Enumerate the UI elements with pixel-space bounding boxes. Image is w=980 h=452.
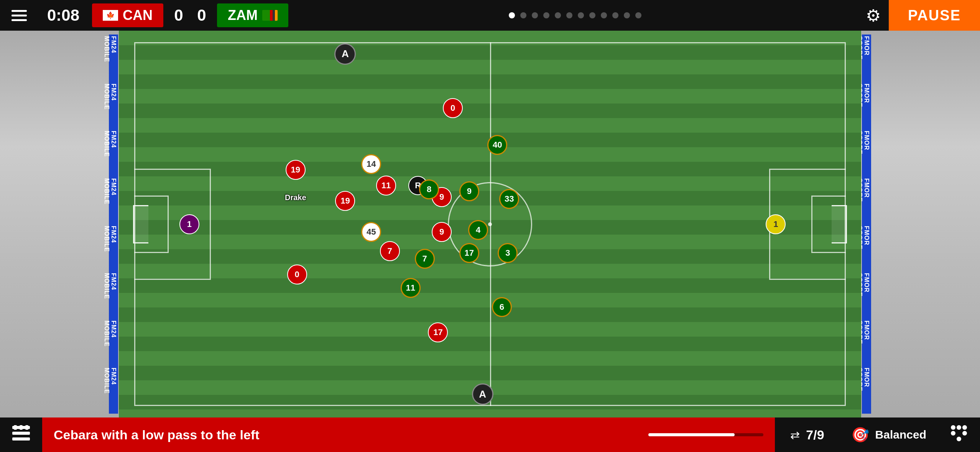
bottom-bar: Cebara with a low pass to the left ⇄ 7/9… xyxy=(0,417,980,452)
hamburger-icon xyxy=(12,10,27,21)
player-w45[interactable]: 45 xyxy=(361,222,381,242)
right-side-labels: FMOR SCORE FMOR SCORE FMOR SCORE FMOR SC… xyxy=(861,31,872,417)
marker-a-top: A xyxy=(334,43,356,65)
balance-icon: 🎯 xyxy=(851,426,869,443)
menu-button[interactable] xyxy=(0,10,38,21)
side-label-8: FM24 MOBILE xyxy=(109,366,118,414)
side-label-2: FM24 MOBILE xyxy=(109,82,118,130)
side-label-6: FM24 MOBILE xyxy=(109,271,118,319)
right-side-label-8: FMOR SCORE xyxy=(862,366,871,414)
page-dot-5[interactable] xyxy=(566,12,572,18)
player-purple-1[interactable]: 1 xyxy=(179,214,199,234)
page-dot-0[interactable] xyxy=(509,12,515,18)
side-label-1: FM24 MOBILE xyxy=(109,35,118,82)
page-dot-3[interactable] xyxy=(543,12,549,18)
player-red-0-b[interactable]: 0 xyxy=(287,265,307,284)
svg-point-7 xyxy=(957,425,961,430)
settings-button[interactable]: ⚙ xyxy=(858,6,889,25)
canada-flag: 🍁 xyxy=(103,10,118,21)
commentary-text: Cebara with a low pass to the left xyxy=(54,427,641,442)
pitch-container: A A 0 19 Drake 14 11 19 1 9 9 7 0 17 45 … xyxy=(119,31,861,417)
balance-section: 🎯 Balanced xyxy=(840,426,938,443)
center-dot xyxy=(488,222,492,226)
svg-rect-4 xyxy=(20,425,23,430)
player-green-6[interactable]: 6 xyxy=(492,297,512,317)
pause-button[interactable]: PAUSE xyxy=(889,0,980,31)
balance-text: Balanced xyxy=(875,428,926,441)
svg-point-11 xyxy=(957,437,961,441)
svg-point-10 xyxy=(962,431,967,436)
player-red-19-a[interactable]: 19 xyxy=(286,160,306,180)
commentary-progress-fill xyxy=(648,433,735,436)
player-red-14[interactable]: 14 xyxy=(361,154,381,174)
left-side-labels: FM24 MOBILE FM24 MOBILE FM24 MOBILE FM24… xyxy=(108,31,119,417)
page-dot-9[interactable] xyxy=(612,12,618,18)
player-green-11[interactable]: 11 xyxy=(401,278,421,298)
player-green-4[interactable]: 4 xyxy=(468,220,488,240)
svg-point-9 xyxy=(951,431,955,436)
team-zam-badge[interactable]: ZAM xyxy=(217,3,288,27)
player-green-3[interactable]: 3 xyxy=(498,243,518,263)
player-green-40[interactable]: 40 xyxy=(487,135,507,155)
page-dot-6[interactable] xyxy=(578,12,584,18)
player-red-17[interactable]: 17 xyxy=(428,322,448,342)
player-red-19-b[interactable]: 19 xyxy=(335,191,355,211)
side-label-5: FM24 MOBILE xyxy=(109,224,118,272)
drake-label: Drake xyxy=(285,193,306,202)
page-dot-11[interactable] xyxy=(635,12,641,18)
formation-left-icon xyxy=(12,424,31,446)
match-timer: 0:08 xyxy=(38,6,88,25)
formation-right-icon xyxy=(949,424,968,446)
team-zam-label: ZAM xyxy=(228,7,258,23)
player-green-17[interactable]: 17 xyxy=(459,243,479,263)
score-left: 0 xyxy=(167,6,190,25)
svg-point-6 xyxy=(951,425,955,430)
svg-rect-5 xyxy=(25,425,28,430)
right-side-label-4: FMOR SCORE xyxy=(862,177,871,224)
left-panel: FM24 MOBILE FM24 MOBILE FM24 MOBILE FM24… xyxy=(0,31,119,417)
left-goal xyxy=(133,205,148,243)
score-right: 0 xyxy=(190,6,213,25)
player-red-9-b[interactable]: 9 xyxy=(432,222,452,242)
page-dot-8[interactable] xyxy=(601,12,607,18)
page-dot-7[interactable] xyxy=(589,12,595,18)
page-indicators xyxy=(292,12,858,18)
player-green-33[interactable]: 33 xyxy=(499,189,519,209)
player-red-7[interactable]: 7 xyxy=(380,241,400,261)
page-dot-2[interactable] xyxy=(532,12,538,18)
top-bar: 0:08 🍁 CAN 0 0 ZAM ⚙ PAUSE xyxy=(0,0,980,31)
svg-point-8 xyxy=(962,425,967,430)
player-yellow-1[interactable]: 1 xyxy=(766,214,786,234)
page-dot-1[interactable] xyxy=(520,12,526,18)
svg-rect-1 xyxy=(12,432,30,435)
football-pitch: A A 0 19 Drake 14 11 19 1 9 9 7 0 17 45 … xyxy=(119,31,861,417)
player-red-11[interactable]: 11 xyxy=(376,176,396,196)
substitution-info: ⇄ 7/9 xyxy=(775,427,839,442)
team-can-label: CAN xyxy=(123,7,153,23)
right-side-label-1: FMOR SCORE xyxy=(862,35,871,82)
substitution-arrow-icon: ⇄ xyxy=(790,428,800,442)
right-side-label-5: FMOR SCORE xyxy=(862,224,871,272)
svg-rect-3 xyxy=(14,425,17,430)
player-green-8[interactable]: 8 xyxy=(419,179,439,199)
right-goal xyxy=(832,205,847,243)
formation-right-button[interactable] xyxy=(938,417,980,452)
side-label-7: FM24 MOBILE xyxy=(109,319,118,367)
right-side-label-3: FMOR SCORE xyxy=(862,129,871,177)
commentary-bar: Cebara with a low pass to the left xyxy=(42,417,775,452)
zambia-flag xyxy=(262,10,278,21)
player-green-9[interactable]: 9 xyxy=(459,181,479,201)
svg-rect-2 xyxy=(12,437,30,440)
player-red-0-top[interactable]: 0 xyxy=(443,98,463,118)
right-side-label-6: FMOR SCORE xyxy=(862,271,871,319)
page-dot-4[interactable] xyxy=(555,12,561,18)
player-green-7[interactable]: 7 xyxy=(415,249,435,269)
page-dot-10[interactable] xyxy=(624,12,630,18)
side-label-3: FM24 MOBILE xyxy=(109,129,118,177)
team-can-badge[interactable]: 🍁 CAN xyxy=(92,3,163,27)
formation-left-button[interactable] xyxy=(0,417,42,452)
marker-a-bottom: A xyxy=(472,383,493,405)
right-side-label-2: FMOR SCORE xyxy=(862,82,871,130)
right-side-label-7: FMOR SCORE xyxy=(862,319,871,367)
gear-icon: ⚙ xyxy=(866,6,881,25)
